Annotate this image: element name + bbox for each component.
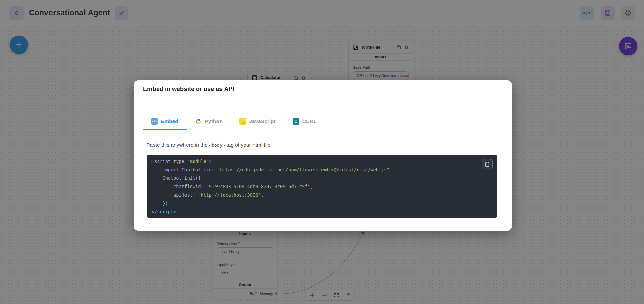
js-logo-icon: JS <box>239 118 246 125</box>
python-logo-icon <box>195 118 202 125</box>
tab-python[interactable]: Python <box>187 113 231 130</box>
tab-embed[interactable]: </> Embed <box>143 113 187 130</box>
dialog-tabs: </> Embed Python JS JavaScript C <box>143 113 325 130</box>
clipboard-icon <box>485 162 490 167</box>
tab-javascript[interactable]: JS JavaScript <box>231 113 284 130</box>
code-content: <script type="module"> import Chatbot fr… <box>151 157 493 216</box>
copy-code-button[interactable] <box>482 159 493 169</box>
body-tag-code: <body> <box>209 143 225 148</box>
embed-dialog: Embed in website or use as API </> Embed… <box>134 80 512 231</box>
dialog-title: Embed in website or use as API <box>143 86 234 93</box>
curl-logo-icon: C <box>293 118 299 125</box>
helper-text: Paste this anywhere in the <body> tag of… <box>146 142 270 148</box>
embed-code-block: <script type="module"> import Chatbot fr… <box>147 155 497 218</box>
tab-curl[interactable]: C CURL <box>284 113 325 130</box>
app: Conversational Agent </> ⚙ <box>0 0 644 304</box>
embed-code-icon: </> <box>151 118 158 125</box>
